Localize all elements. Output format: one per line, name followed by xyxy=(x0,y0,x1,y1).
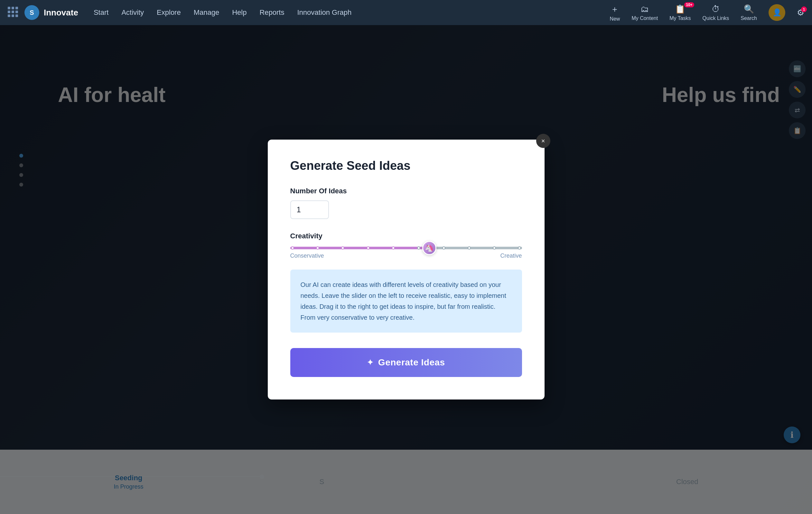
slider-dot-2 xyxy=(316,246,319,250)
nav-search-action[interactable]: 🔍 Search xyxy=(741,4,757,21)
nav-my-content-label: My Content xyxy=(632,16,658,21)
number-of-ideas-label: Number Of Ideas xyxy=(290,187,522,195)
slider-dot-9 xyxy=(493,246,496,250)
slider-thumb[interactable]: 🦄 xyxy=(422,241,436,255)
quick-links-icon: ⏱ xyxy=(712,4,720,14)
slider-labels: Conservative Creative xyxy=(290,252,522,259)
plus-icon: ＋ xyxy=(611,3,619,15)
creativity-slider-container: 🦄 Conservative Creative xyxy=(290,247,522,259)
tasks-badge: 10+ xyxy=(684,2,694,7)
grid-icon[interactable] xyxy=(8,7,19,18)
background: AI for healt Help us find 🔤 ✏️ ⇄ 📋 Seedi… xyxy=(0,25,812,514)
close-icon: × xyxy=(541,137,545,145)
nav-link-explore[interactable]: Explore xyxy=(157,7,181,18)
user-avatar[interactable]: 👤 xyxy=(768,4,785,21)
navbar: S Innovate Start Activity Explore Manage… xyxy=(0,0,812,25)
info-box-text: Our AI can create ideas with different l… xyxy=(300,281,506,321)
settings-badge: 1 xyxy=(801,6,807,12)
sparkle-icon: ✦ xyxy=(367,358,374,367)
nav-link-reports[interactable]: Reports xyxy=(259,7,284,18)
nav-link-help[interactable]: Help xyxy=(232,7,246,18)
unicorn-icon: 🦄 xyxy=(425,244,434,252)
nav-my-tasks-action[interactable]: 📋 10+ My Tasks xyxy=(669,4,691,21)
slider-dot-8 xyxy=(468,246,471,250)
slider-dot-4 xyxy=(367,246,370,250)
nav-link-manage[interactable]: Manage xyxy=(194,7,220,18)
nav-search-label: Search xyxy=(741,16,757,21)
slider-dots-row xyxy=(290,246,522,250)
slider-left-label: Conservative xyxy=(290,252,324,259)
slider-track: 🦄 xyxy=(290,247,522,249)
modal-title: Generate Seed Ideas xyxy=(290,159,522,173)
nav-link-activity[interactable]: Activity xyxy=(121,7,144,18)
slider-dot-5 xyxy=(392,246,395,250)
nav-links: Start Activity Explore Manage Help Repor… xyxy=(94,7,351,18)
search-icon: 🔍 xyxy=(744,4,754,14)
nav-link-innovation-graph[interactable]: Innovation Graph xyxy=(297,7,351,18)
creativity-section: Creativity xyxy=(290,232,522,259)
folder-icon: 🗂 xyxy=(640,4,649,14)
slider-dot-10 xyxy=(518,246,521,250)
nav-link-start[interactable]: Start xyxy=(94,7,109,18)
creativity-label: Creativity xyxy=(290,232,522,240)
nav-right: ＋ New 🗂 My Content 📋 10+ My Tasks ⏱ Quic… xyxy=(610,3,804,22)
nav-new-label: New xyxy=(610,16,620,22)
slider-dot-6 xyxy=(417,246,420,250)
generate-button-label: Generate Ideas xyxy=(378,357,445,368)
creativity-info-box: Our AI can create ideas with different l… xyxy=(290,270,522,333)
nav-quick-links-label: Quick Links xyxy=(702,16,729,21)
modal-overlay: × Generate Seed Ideas Number Of Ideas Cr… xyxy=(0,25,812,514)
nav-logo[interactable]: S xyxy=(25,5,39,20)
modal-dialog: × Generate Seed Ideas Number Of Ideas Cr… xyxy=(268,140,545,399)
nav-my-tasks-label: My Tasks xyxy=(669,16,691,21)
modal-close-button[interactable]: × xyxy=(536,134,550,148)
tasks-icon: 📋 xyxy=(675,4,685,14)
nav-brand: Innovate xyxy=(44,8,78,18)
slider-dot-1 xyxy=(291,246,294,250)
nav-my-content-action[interactable]: 🗂 My Content xyxy=(632,4,658,21)
nav-quick-links-action[interactable]: ⏱ Quick Links xyxy=(702,4,729,21)
number-of-ideas-input[interactable] xyxy=(290,201,329,219)
generate-ideas-button[interactable]: ✦ Generate Ideas xyxy=(290,348,522,377)
settings-button[interactable]: ⚙ 1 xyxy=(797,8,804,18)
nav-new-action[interactable]: ＋ New xyxy=(610,3,620,22)
slider-right-label: Creative xyxy=(500,252,522,259)
slider-dot-7 xyxy=(442,246,445,250)
slider-dot-3 xyxy=(341,246,344,250)
